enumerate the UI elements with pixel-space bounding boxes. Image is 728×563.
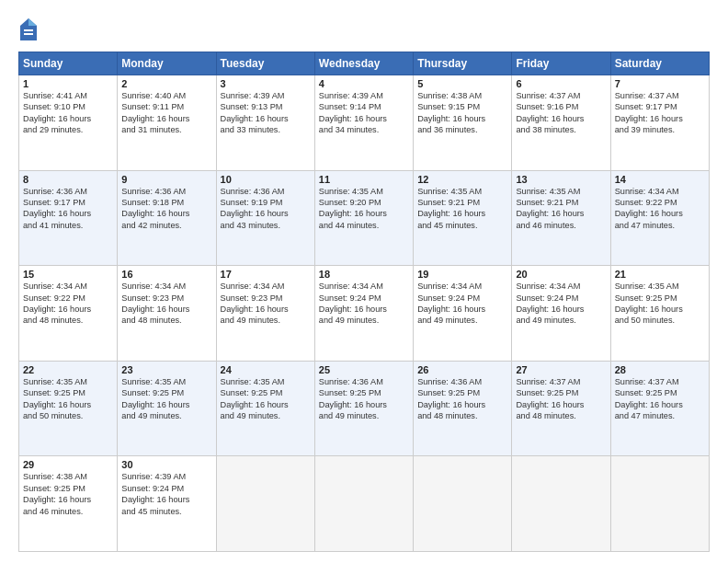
cell-info: Sunrise: 4:35 AMSunset: 9:20 PMDaylight:… (319, 186, 409, 232)
cell-info: Sunrise: 4:35 AMSunset: 9:21 PMDaylight:… (516, 186, 606, 232)
cell-info: Sunrise: 4:34 AMSunset: 9:22 PMDaylight:… (615, 186, 705, 232)
day-number: 22 (23, 364, 113, 375)
calendar-header-tuesday: Tuesday (216, 52, 314, 75)
day-number: 14 (615, 174, 705, 185)
calendar-cell: 7Sunrise: 4:37 AMSunset: 9:17 PMDaylight… (610, 75, 709, 171)
day-number: 28 (615, 364, 705, 375)
cell-info: Sunrise: 4:34 AMSunset: 9:24 PMDaylight:… (417, 281, 507, 327)
calendar-cell: 20Sunrise: 4:34 AMSunset: 9:24 PMDayligh… (512, 266, 610, 362)
day-number: 4 (319, 78, 409, 89)
calendar-cell: 19Sunrise: 4:34 AMSunset: 9:24 PMDayligh… (414, 266, 512, 362)
calendar-week-row: 8Sunrise: 4:36 AMSunset: 9:17 PMDaylight… (19, 170, 710, 266)
day-number: 20 (516, 269, 606, 280)
svg-marker-1 (28, 18, 37, 26)
calendar-cell: 21Sunrise: 4:35 AMSunset: 9:25 PMDayligh… (610, 266, 709, 362)
svg-rect-2 (24, 29, 33, 31)
day-number: 9 (121, 174, 211, 185)
calendar-cell: 2Sunrise: 4:40 AMSunset: 9:11 PMDaylight… (118, 75, 216, 171)
cell-info: Sunrise: 4:36 AMSunset: 9:17 PMDaylight:… (23, 186, 113, 232)
day-number: 16 (121, 269, 211, 280)
calendar-table: SundayMondayTuesdayWednesdayThursdayFrid… (18, 52, 710, 552)
day-number: 7 (615, 78, 705, 89)
cell-info: Sunrise: 4:35 AMSunset: 9:25 PMDaylight:… (23, 376, 113, 422)
cell-info: Sunrise: 4:34 AMSunset: 9:23 PMDaylight:… (221, 281, 311, 327)
cell-info: Sunrise: 4:37 AMSunset: 9:16 PMDaylight:… (516, 90, 606, 136)
cell-info: Sunrise: 4:36 AMSunset: 9:18 PMDaylight:… (121, 186, 211, 232)
calendar-cell: 14Sunrise: 4:34 AMSunset: 9:22 PMDayligh… (610, 170, 709, 266)
calendar-week-row: 29Sunrise: 4:38 AMSunset: 9:25 PMDayligh… (19, 456, 710, 552)
cell-info: Sunrise: 4:37 AMSunset: 9:17 PMDaylight:… (615, 90, 705, 136)
calendar-cell: 26Sunrise: 4:36 AMSunset: 9:25 PMDayligh… (414, 361, 512, 456)
day-number: 13 (516, 174, 606, 185)
day-number: 5 (417, 78, 507, 89)
cell-info: Sunrise: 4:34 AMSunset: 9:22 PMDaylight:… (23, 281, 113, 327)
day-number: 19 (417, 269, 507, 280)
day-number: 18 (319, 269, 409, 280)
calendar-cell: 13Sunrise: 4:35 AMSunset: 9:21 PMDayligh… (512, 170, 610, 266)
day-number: 25 (319, 364, 409, 375)
day-number: 17 (221, 269, 311, 280)
day-number: 12 (417, 174, 507, 185)
calendar-cell: 8Sunrise: 4:36 AMSunset: 9:17 PMDaylight… (19, 170, 118, 266)
cell-info: Sunrise: 4:37 AMSunset: 9:25 PMDaylight:… (516, 376, 606, 422)
cell-info: Sunrise: 4:38 AMSunset: 9:25 PMDaylight:… (23, 471, 113, 517)
calendar-cell: 30Sunrise: 4:39 AMSunset: 9:24 PMDayligh… (118, 456, 216, 552)
calendar-cell: 3Sunrise: 4:39 AMSunset: 9:13 PMDaylight… (216, 75, 314, 171)
calendar-cell: 9Sunrise: 4:36 AMSunset: 9:18 PMDaylight… (118, 170, 216, 266)
cell-info: Sunrise: 4:35 AMSunset: 9:21 PMDaylight:… (417, 186, 507, 232)
cell-info: Sunrise: 4:36 AMSunset: 9:25 PMDaylight:… (417, 376, 507, 422)
calendar-header-row: SundayMondayTuesdayWednesdayThursdayFrid… (19, 52, 710, 75)
day-number: 26 (417, 364, 507, 375)
day-number: 29 (23, 459, 113, 470)
cell-info: Sunrise: 4:39 AMSunset: 9:24 PMDaylight:… (121, 471, 211, 517)
cell-info: Sunrise: 4:34 AMSunset: 9:23 PMDaylight:… (121, 281, 211, 327)
day-number: 15 (23, 269, 113, 280)
calendar-week-row: 22Sunrise: 4:35 AMSunset: 9:25 PMDayligh… (19, 361, 710, 456)
cell-info: Sunrise: 4:38 AMSunset: 9:15 PMDaylight:… (417, 90, 507, 136)
day-number: 23 (121, 364, 211, 375)
cell-info: Sunrise: 4:39 AMSunset: 9:14 PMDaylight:… (319, 90, 409, 136)
day-number: 24 (221, 364, 311, 375)
logo-icon (18, 17, 39, 42)
calendar-cell (216, 456, 314, 552)
cell-info: Sunrise: 4:41 AMSunset: 9:10 PMDaylight:… (23, 90, 113, 136)
calendar-cell: 11Sunrise: 4:35 AMSunset: 9:20 PMDayligh… (314, 170, 413, 266)
logo (18, 17, 42, 42)
calendar-cell: 12Sunrise: 4:35 AMSunset: 9:21 PMDayligh… (414, 170, 512, 266)
day-number: 3 (221, 78, 311, 89)
calendar-cell: 1Sunrise: 4:41 AMSunset: 9:10 PMDaylight… (19, 75, 118, 171)
cell-info: Sunrise: 4:35 AMSunset: 9:25 PMDaylight:… (615, 281, 705, 327)
calendar-cell: 17Sunrise: 4:34 AMSunset: 9:23 PMDayligh… (216, 266, 314, 362)
calendar-cell: 23Sunrise: 4:35 AMSunset: 9:25 PMDayligh… (118, 361, 216, 456)
page: SundayMondayTuesdayWednesdayThursdayFrid… (0, 0, 728, 563)
calendar-header-saturday: Saturday (610, 52, 709, 75)
calendar-cell: 25Sunrise: 4:36 AMSunset: 9:25 PMDayligh… (314, 361, 413, 456)
cell-info: Sunrise: 4:39 AMSunset: 9:13 PMDaylight:… (221, 90, 311, 136)
day-number: 11 (319, 174, 409, 185)
calendar-header-thursday: Thursday (414, 52, 512, 75)
day-number: 6 (516, 78, 606, 89)
day-number: 1 (23, 78, 113, 89)
calendar-cell: 29Sunrise: 4:38 AMSunset: 9:25 PMDayligh… (19, 456, 118, 552)
calendar-cell: 5Sunrise: 4:38 AMSunset: 9:15 PMDaylight… (414, 75, 512, 171)
cell-info: Sunrise: 4:40 AMSunset: 9:11 PMDaylight:… (121, 90, 211, 136)
calendar-cell: 27Sunrise: 4:37 AMSunset: 9:25 PMDayligh… (512, 361, 610, 456)
cell-info: Sunrise: 4:34 AMSunset: 9:24 PMDaylight:… (516, 281, 606, 327)
calendar-cell (512, 456, 610, 552)
calendar-cell: 28Sunrise: 4:37 AMSunset: 9:25 PMDayligh… (610, 361, 709, 456)
calendar-cell: 15Sunrise: 4:34 AMSunset: 9:22 PMDayligh… (19, 266, 118, 362)
calendar-cell: 22Sunrise: 4:35 AMSunset: 9:25 PMDayligh… (19, 361, 118, 456)
calendar-header-wednesday: Wednesday (314, 52, 413, 75)
calendar-header-sunday: Sunday (19, 52, 118, 75)
header (18, 17, 710, 42)
cell-info: Sunrise: 4:35 AMSunset: 9:25 PMDaylight:… (121, 376, 211, 422)
calendar-cell (414, 456, 512, 552)
calendar-week-row: 1Sunrise: 4:41 AMSunset: 9:10 PMDaylight… (19, 75, 710, 171)
svg-rect-3 (24, 33, 33, 35)
calendar-cell: 6Sunrise: 4:37 AMSunset: 9:16 PMDaylight… (512, 75, 610, 171)
cell-info: Sunrise: 4:34 AMSunset: 9:24 PMDaylight:… (319, 281, 409, 327)
cell-info: Sunrise: 4:35 AMSunset: 9:25 PMDaylight:… (221, 376, 311, 422)
day-number: 27 (516, 364, 606, 375)
cell-info: Sunrise: 4:37 AMSunset: 9:25 PMDaylight:… (615, 376, 705, 422)
day-number: 2 (121, 78, 211, 89)
